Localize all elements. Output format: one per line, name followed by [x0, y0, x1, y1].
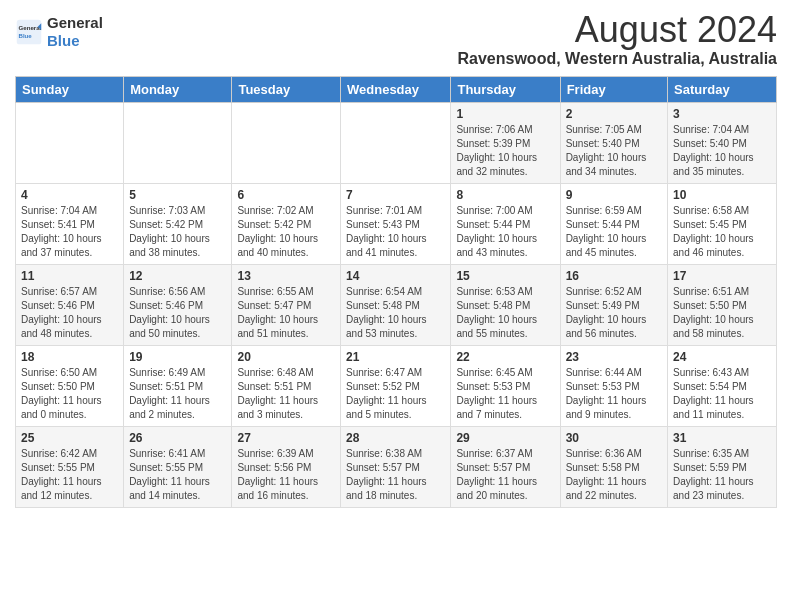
weekday-header-row: SundayMondayTuesdayWednesdayThursdayFrid…: [16, 76, 777, 102]
day-number: 9: [566, 188, 662, 202]
calendar-cell: 5Sunrise: 7:03 AM Sunset: 5:42 PM Daylig…: [124, 183, 232, 264]
weekday-header-sunday: Sunday: [16, 76, 124, 102]
day-info: Sunrise: 6:39 AM Sunset: 5:56 PM Dayligh…: [237, 447, 335, 503]
day-number: 18: [21, 350, 118, 364]
day-info: Sunrise: 6:49 AM Sunset: 5:51 PM Dayligh…: [129, 366, 226, 422]
day-number: 16: [566, 269, 662, 283]
day-info: Sunrise: 6:37 AM Sunset: 5:57 PM Dayligh…: [456, 447, 554, 503]
calendar-cell: 4Sunrise: 7:04 AM Sunset: 5:41 PM Daylig…: [16, 183, 124, 264]
calendar-cell: 14Sunrise: 6:54 AM Sunset: 5:48 PM Dayli…: [341, 264, 451, 345]
week-row-3: 11Sunrise: 6:57 AM Sunset: 5:46 PM Dayli…: [16, 264, 777, 345]
calendar-cell: 26Sunrise: 6:41 AM Sunset: 5:55 PM Dayli…: [124, 426, 232, 507]
weekday-header-tuesday: Tuesday: [232, 76, 341, 102]
day-info: Sunrise: 7:05 AM Sunset: 5:40 PM Dayligh…: [566, 123, 662, 179]
calendar-cell: 24Sunrise: 6:43 AM Sunset: 5:54 PM Dayli…: [668, 345, 777, 426]
day-number: 21: [346, 350, 445, 364]
weekday-header-monday: Monday: [124, 76, 232, 102]
calendar-cell: 9Sunrise: 6:59 AM Sunset: 5:44 PM Daylig…: [560, 183, 667, 264]
week-row-2: 4Sunrise: 7:04 AM Sunset: 5:41 PM Daylig…: [16, 183, 777, 264]
calendar-cell: 27Sunrise: 6:39 AM Sunset: 5:56 PM Dayli…: [232, 426, 341, 507]
calendar-cell: 22Sunrise: 6:45 AM Sunset: 5:53 PM Dayli…: [451, 345, 560, 426]
title-block: August 2024 Ravenswood, Western Australi…: [458, 10, 778, 68]
calendar-cell: 10Sunrise: 6:58 AM Sunset: 5:45 PM Dayli…: [668, 183, 777, 264]
day-info: Sunrise: 6:38 AM Sunset: 5:57 PM Dayligh…: [346, 447, 445, 503]
calendar-cell: 3Sunrise: 7:04 AM Sunset: 5:40 PM Daylig…: [668, 102, 777, 183]
day-number: 10: [673, 188, 771, 202]
calendar-cell: 7Sunrise: 7:01 AM Sunset: 5:43 PM Daylig…: [341, 183, 451, 264]
day-info: Sunrise: 6:43 AM Sunset: 5:54 PM Dayligh…: [673, 366, 771, 422]
calendar-cell: 11Sunrise: 6:57 AM Sunset: 5:46 PM Dayli…: [16, 264, 124, 345]
day-number: 17: [673, 269, 771, 283]
day-info: Sunrise: 6:35 AM Sunset: 5:59 PM Dayligh…: [673, 447, 771, 503]
weekday-header-friday: Friday: [560, 76, 667, 102]
day-number: 24: [673, 350, 771, 364]
week-row-1: 1Sunrise: 7:06 AM Sunset: 5:39 PM Daylig…: [16, 102, 777, 183]
calendar-cell: [16, 102, 124, 183]
day-info: Sunrise: 6:55 AM Sunset: 5:47 PM Dayligh…: [237, 285, 335, 341]
calendar-cell: 17Sunrise: 6:51 AM Sunset: 5:50 PM Dayli…: [668, 264, 777, 345]
calendar-table: SundayMondayTuesdayWednesdayThursdayFrid…: [15, 76, 777, 508]
day-info: Sunrise: 6:54 AM Sunset: 5:48 PM Dayligh…: [346, 285, 445, 341]
calendar-cell: 19Sunrise: 6:49 AM Sunset: 5:51 PM Dayli…: [124, 345, 232, 426]
day-info: Sunrise: 6:48 AM Sunset: 5:51 PM Dayligh…: [237, 366, 335, 422]
week-row-5: 25Sunrise: 6:42 AM Sunset: 5:55 PM Dayli…: [16, 426, 777, 507]
day-info: Sunrise: 6:57 AM Sunset: 5:46 PM Dayligh…: [21, 285, 118, 341]
weekday-header-saturday: Saturday: [668, 76, 777, 102]
day-info: Sunrise: 6:36 AM Sunset: 5:58 PM Dayligh…: [566, 447, 662, 503]
svg-text:General: General: [19, 24, 42, 31]
day-number: 7: [346, 188, 445, 202]
weekday-header-wednesday: Wednesday: [341, 76, 451, 102]
calendar-cell: 2Sunrise: 7:05 AM Sunset: 5:40 PM Daylig…: [560, 102, 667, 183]
day-info: Sunrise: 6:53 AM Sunset: 5:48 PM Dayligh…: [456, 285, 554, 341]
day-info: Sunrise: 6:58 AM Sunset: 5:45 PM Dayligh…: [673, 204, 771, 260]
calendar-cell: 30Sunrise: 6:36 AM Sunset: 5:58 PM Dayli…: [560, 426, 667, 507]
calendar-cell: 8Sunrise: 7:00 AM Sunset: 5:44 PM Daylig…: [451, 183, 560, 264]
calendar-cell: 21Sunrise: 6:47 AM Sunset: 5:52 PM Dayli…: [341, 345, 451, 426]
day-info: Sunrise: 6:41 AM Sunset: 5:55 PM Dayligh…: [129, 447, 226, 503]
day-number: 6: [237, 188, 335, 202]
calendar-cell: [124, 102, 232, 183]
logo: General Blue General Blue: [15, 10, 103, 50]
day-number: 28: [346, 431, 445, 445]
day-info: Sunrise: 7:01 AM Sunset: 5:43 PM Dayligh…: [346, 204, 445, 260]
day-info: Sunrise: 6:52 AM Sunset: 5:49 PM Dayligh…: [566, 285, 662, 341]
day-number: 8: [456, 188, 554, 202]
calendar-cell: 20Sunrise: 6:48 AM Sunset: 5:51 PM Dayli…: [232, 345, 341, 426]
weekday-header-thursday: Thursday: [451, 76, 560, 102]
day-info: Sunrise: 6:42 AM Sunset: 5:55 PM Dayligh…: [21, 447, 118, 503]
day-number: 1: [456, 107, 554, 121]
calendar-cell: 31Sunrise: 6:35 AM Sunset: 5:59 PM Dayli…: [668, 426, 777, 507]
day-info: Sunrise: 7:04 AM Sunset: 5:41 PM Dayligh…: [21, 204, 118, 260]
day-number: 2: [566, 107, 662, 121]
day-number: 26: [129, 431, 226, 445]
day-info: Sunrise: 7:06 AM Sunset: 5:39 PM Dayligh…: [456, 123, 554, 179]
day-info: Sunrise: 6:45 AM Sunset: 5:53 PM Dayligh…: [456, 366, 554, 422]
logo-icon: General Blue: [15, 18, 43, 46]
day-info: Sunrise: 7:00 AM Sunset: 5:44 PM Dayligh…: [456, 204, 554, 260]
day-info: Sunrise: 6:51 AM Sunset: 5:50 PM Dayligh…: [673, 285, 771, 341]
day-number: 20: [237, 350, 335, 364]
calendar-cell: 18Sunrise: 6:50 AM Sunset: 5:50 PM Dayli…: [16, 345, 124, 426]
day-info: Sunrise: 7:04 AM Sunset: 5:40 PM Dayligh…: [673, 123, 771, 179]
day-number: 13: [237, 269, 335, 283]
page-header: General Blue General Blue August 2024 Ra…: [15, 10, 777, 68]
day-number: 11: [21, 269, 118, 283]
day-number: 15: [456, 269, 554, 283]
day-number: 12: [129, 269, 226, 283]
day-number: 3: [673, 107, 771, 121]
day-number: 29: [456, 431, 554, 445]
day-info: Sunrise: 6:47 AM Sunset: 5:52 PM Dayligh…: [346, 366, 445, 422]
logo-blue-text: Blue: [47, 32, 80, 49]
calendar-cell: 25Sunrise: 6:42 AM Sunset: 5:55 PM Dayli…: [16, 426, 124, 507]
calendar-cell: 28Sunrise: 6:38 AM Sunset: 5:57 PM Dayli…: [341, 426, 451, 507]
logo-general-text: General: [47, 14, 103, 31]
calendar-cell: 6Sunrise: 7:02 AM Sunset: 5:42 PM Daylig…: [232, 183, 341, 264]
day-number: 14: [346, 269, 445, 283]
day-info: Sunrise: 6:59 AM Sunset: 5:44 PM Dayligh…: [566, 204, 662, 260]
day-info: Sunrise: 7:02 AM Sunset: 5:42 PM Dayligh…: [237, 204, 335, 260]
day-info: Sunrise: 6:56 AM Sunset: 5:46 PM Dayligh…: [129, 285, 226, 341]
week-row-4: 18Sunrise: 6:50 AM Sunset: 5:50 PM Dayli…: [16, 345, 777, 426]
calendar-cell: 12Sunrise: 6:56 AM Sunset: 5:46 PM Dayli…: [124, 264, 232, 345]
day-number: 4: [21, 188, 118, 202]
calendar-cell: 29Sunrise: 6:37 AM Sunset: 5:57 PM Dayli…: [451, 426, 560, 507]
